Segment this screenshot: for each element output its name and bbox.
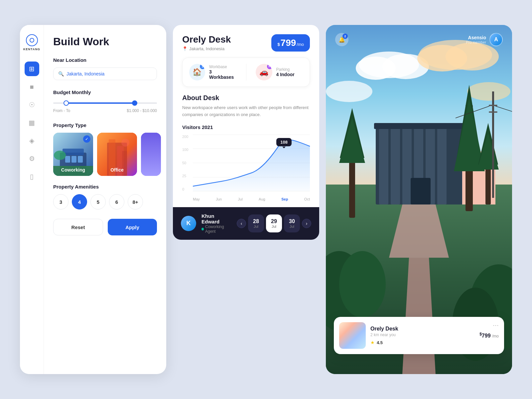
book-icon: ▯ xyxy=(30,173,34,181)
booking-bar: K Khun Edward Coworking Agent ‹ 28 Jul 2… xyxy=(173,207,319,240)
sidebar-item-calendar[interactable]: ▦ xyxy=(25,115,39,130)
sidebar-item-book[interactable]: ▯ xyxy=(25,169,39,184)
search-icon: 🔍 xyxy=(58,71,64,76)
location-input[interactable]: 🔍 Jakarta, Indonesia xyxy=(53,67,157,80)
property-card-right: Orely Desk 2 km near you ★ 4.5 $799 /mo … xyxy=(334,317,504,354)
about-section: About Desk New workspace where users wor… xyxy=(173,93,319,124)
grid-icon: ⊞ xyxy=(29,65,35,73)
user-info: Asensio Pro member A xyxy=(466,33,503,46)
logo-icon xyxy=(26,34,38,46)
amenities-buttons: 3 4 5 6 8+ xyxy=(53,194,157,209)
chart-wrapper: 200 100 50 25 0 108 xyxy=(182,135,310,201)
info-divider xyxy=(246,64,246,80)
info-cards-inner: 🏠 3 Workbase 3 Workbases 🚗 P Park xyxy=(182,58,310,87)
slider-from-to: From - To xyxy=(53,108,70,113)
property-card-third[interactable] xyxy=(141,133,161,176)
budget-slider[interactable] xyxy=(53,100,157,106)
agent-avatar: K xyxy=(181,216,196,231)
apply-button[interactable]: Apply xyxy=(108,219,157,235)
price-badge: $ 799 /mo xyxy=(271,34,310,52)
svg-rect-34 xyxy=(402,128,412,204)
office-label: Office xyxy=(97,167,137,173)
svg-point-30 xyxy=(467,82,510,101)
car-icon: 🚗 xyxy=(259,68,268,76)
workbase-info: 🏠 3 Workbase 3 Workbases xyxy=(189,64,237,80)
slider-thumb-left[interactable] xyxy=(64,100,69,106)
workbase-icon: 🏠 3 xyxy=(189,64,205,80)
amenity-6[interactable]: 6 xyxy=(109,194,124,209)
sidebar-item-grid[interactable]: ⊞ xyxy=(25,62,39,76)
svg-point-13 xyxy=(121,139,129,147)
sidebar-item-settings2[interactable]: ⚙ xyxy=(25,151,39,166)
reset-button[interactable]: Reset xyxy=(53,219,103,235)
parking-info: 🚗 P Parking 4 Indoor xyxy=(256,64,303,80)
svg-point-6 xyxy=(54,151,66,160)
main-container: KENTANG ⊞ ■ ☉ ▦ ◈ ⚙ xyxy=(20,25,512,374)
parking-badge: P xyxy=(267,64,272,69)
property-price: $799 /mo xyxy=(479,332,499,339)
property-cards: ✓ Coworking xyxy=(53,133,157,176)
location-value: Jakarta, Indonesia xyxy=(66,71,104,76)
svg-point-53 xyxy=(339,251,386,318)
property-name: Orely Desk xyxy=(370,326,475,332)
slider-thumb-right[interactable] xyxy=(132,100,137,106)
logo-text: KENTANG xyxy=(23,48,40,51)
price-currency: $ xyxy=(277,42,280,47)
slider-fill xyxy=(66,102,133,104)
sidebar: KENTANG ⊞ ■ ☉ ▦ ◈ ⚙ xyxy=(20,25,44,374)
svg-rect-38 xyxy=(411,178,431,204)
agent-name: Khun Edward xyxy=(201,213,231,224)
date-picker[interactable]: ‹ 28 Jul 29 Jul 30 Jul › xyxy=(237,214,311,232)
rating-value: 4.5 xyxy=(377,340,383,345)
more-options-button[interactable]: ⋯ xyxy=(493,322,499,329)
right-panel: 🔔 2 Asensio Pro member A Orely Desk 2 km… xyxy=(326,25,512,374)
svg-rect-32 xyxy=(379,128,388,204)
amenity-3[interactable]: 3 xyxy=(53,194,68,209)
chart-y-labels: 200 100 50 25 0 xyxy=(182,135,192,191)
date-prev[interactable]: ‹ xyxy=(237,219,246,228)
parking-value: 4 Indoor xyxy=(276,72,295,77)
sidebar-nav: ⊞ ■ ☉ ▦ ◈ ⚙ ▯ xyxy=(25,62,39,365)
property-card-coworking[interactable]: ✓ Coworking xyxy=(53,133,93,176)
amenities-section: Property Amenities 3 4 5 6 8+ xyxy=(53,184,157,209)
inbox-icon: ■ xyxy=(30,83,34,91)
property-image xyxy=(339,322,366,349)
sidebar-item-settings1[interactable]: ◈ xyxy=(25,133,39,148)
user-role: Pro member xyxy=(466,40,486,44)
price-per: /mo xyxy=(297,42,304,47)
date-30[interactable]: 30 Jul xyxy=(284,214,300,232)
calendar-icon: ▦ xyxy=(29,119,35,127)
star-icon: ★ xyxy=(370,340,375,345)
date-next[interactable]: › xyxy=(302,219,311,228)
amenity-5[interactable]: 5 xyxy=(90,194,106,209)
user-avatar: A xyxy=(489,33,503,46)
date-29[interactable]: 29 Jul xyxy=(266,214,282,232)
notification-button[interactable]: 🔔 2 xyxy=(335,33,348,46)
amenity-4[interactable]: 4 xyxy=(72,194,87,209)
user-text: Asensio Pro member xyxy=(466,35,486,44)
svg-rect-37 xyxy=(437,128,447,204)
slider-range: $1.000 - $10.000 xyxy=(127,108,157,113)
svg-rect-56 xyxy=(492,91,494,198)
property-thumbnail xyxy=(339,322,366,349)
chart-title: Visitors 2021 xyxy=(182,124,310,130)
date-28[interactable]: 28 Jul xyxy=(248,214,264,232)
chart-area: 108 xyxy=(193,135,310,191)
svg-rect-3 xyxy=(65,156,70,163)
property-card-office[interactable]: Office xyxy=(97,133,137,176)
rp-header: 🔔 2 Asensio Pro member A xyxy=(326,33,512,46)
sidebar-item-inbox[interactable]: ■ xyxy=(25,79,39,94)
amenity-8plus[interactable]: 8+ xyxy=(128,194,143,209)
sidebar-item-location[interactable]: ☉ xyxy=(25,97,39,112)
chart-section: Visitors 2021 200 100 50 25 0 108 xyxy=(173,124,319,207)
svg-point-29 xyxy=(326,81,372,102)
desk-name: Orely Desk xyxy=(182,34,231,45)
about-title: About Desk xyxy=(182,94,310,102)
near-location-label: Near Location xyxy=(53,57,157,63)
svg-point-28 xyxy=(446,43,499,70)
desk-header: Orely Desk 📍 Jakarta, Indonesia $ 799 /m… xyxy=(173,25,319,52)
property-rating-row: ★ 4.5 xyxy=(370,340,475,345)
center-panel: Orely Desk 📍 Jakarta, Indonesia $ 799 /m… xyxy=(173,25,319,374)
svg-rect-33 xyxy=(391,128,400,204)
desk-title-area: Orely Desk 📍 Jakarta, Indonesia xyxy=(182,34,231,51)
